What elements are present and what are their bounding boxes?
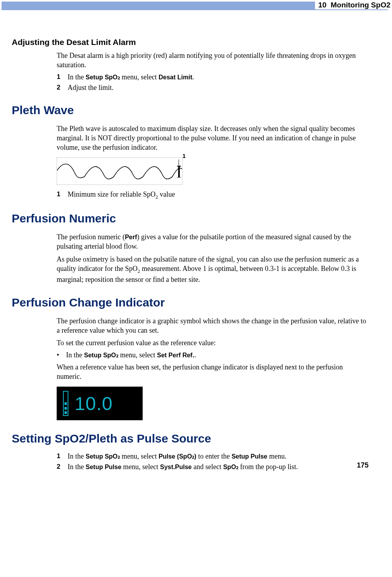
- t: menu, select: [118, 351, 157, 359]
- waveform-svg: [57, 158, 182, 185]
- ui-label: Perf: [125, 234, 137, 240]
- heading-desat: Adjusting the Desat Limit Alarm: [12, 38, 369, 47]
- page-number: 175: [357, 461, 369, 469]
- step-text: In the Setup Pulse menu, select Syst.Pul…: [68, 463, 369, 471]
- perfchg-line2: To set the current perfusion value as th…: [57, 338, 369, 348]
- t: from the pop-up list.: [238, 463, 298, 471]
- ui-label: Setup SpO₂: [84, 352, 118, 358]
- pleth-intro: The Pleth wave is autoscaled to maximum …: [57, 124, 369, 152]
- ui-label: Set Perf Ref.: [157, 352, 194, 358]
- ui-label: Syst.Pulse: [160, 464, 192, 470]
- perfnum-p1: The perfusion numeric (Perf) gives a val…: [57, 232, 369, 251]
- step-text: In the Setup SpO₂ menu, select Desat Lim…: [68, 73, 369, 81]
- ui-label: SpO₂: [223, 464, 238, 470]
- perfusion-bar-icon: [63, 391, 68, 416]
- step-number: 2: [57, 84, 61, 92]
- desat-step-1: 1 In the Setup SpO₂ menu, select Desat L…: [57, 73, 369, 81]
- heading-pulse-source: Setting SpO2/Pleth as Pulse Source: [12, 432, 369, 445]
- t: In the: [68, 463, 86, 471]
- step-text: In the Setup SpO₂ menu, select Pulse (Sp…: [68, 452, 369, 461]
- heading-perfusion-numeric: Perfusion Numeric: [12, 212, 369, 225]
- t: The perfusion numeric (: [57, 233, 125, 241]
- step-text: Adjust the limit.: [68, 84, 369, 92]
- t: menu.: [267, 452, 286, 460]
- t: .: [192, 73, 194, 81]
- t: Minimum size for reliable SpO: [68, 190, 156, 198]
- heading-pleth: Pleth Wave: [12, 104, 369, 117]
- perfchg-bullet: • In the Setup SpO₂ menu, select Set Per…: [57, 351, 369, 359]
- bullet-text: In the Setup SpO₂ menu, select Set Perf …: [66, 351, 196, 359]
- t: In the: [68, 452, 86, 460]
- ui-label: Pulse (SpO₂): [159, 453, 197, 460]
- ui-label: Setup SpO₂: [86, 74, 120, 81]
- t: and select: [192, 463, 223, 471]
- pulsesrc-step-2: 2 In the Setup Pulse menu, select Syst.P…: [57, 463, 369, 471]
- heading-perfusion-change: Perfusion Change Indicator: [12, 296, 369, 309]
- chapter-title: Monitoring SpO2: [331, 1, 390, 9]
- step-number: 1: [57, 73, 61, 81]
- step-number: 1: [57, 452, 61, 461]
- desat-step-2: 2 Adjust the limit.: [57, 84, 369, 92]
- t: menu, select: [120, 452, 159, 460]
- header-chapter-title: 10 Monitoring SpO2: [315, 1, 390, 9]
- bullet-dot: •: [57, 351, 61, 359]
- pleth-waveform-figure: 1: [57, 158, 183, 185]
- ui-label: Setup SpO₂: [86, 453, 120, 460]
- ui-label: Desat Limit: [159, 74, 192, 81]
- ui-label: Setup Pulse: [86, 464, 122, 470]
- perfnum-p2: As pulse oximetry is based on the pulsat…: [57, 254, 369, 284]
- t: In the: [66, 351, 84, 359]
- chapter-number: 10: [318, 1, 326, 9]
- t: menu, select: [120, 73, 159, 81]
- perfchg-line3: When a reference value has been set, the…: [57, 362, 369, 382]
- perfusion-display-figure: 10.0: [57, 387, 143, 420]
- legend-text: Minimum size for reliable SpO2 value: [68, 190, 369, 200]
- waveform-callout-label: 1: [183, 152, 186, 159]
- t: .: [194, 351, 196, 359]
- perfchg-intro: The perfusion change indicator is a grap…: [57, 316, 369, 335]
- step-number: 2: [57, 463, 61, 471]
- pleth-legend: 1 Minimum size for reliable SpO2 value: [57, 190, 369, 200]
- perfusion-value: 10.0: [75, 393, 113, 414]
- legend-number: 1: [57, 190, 61, 200]
- t: menu, select: [122, 463, 160, 471]
- desat-intro: The Desat alarm is a high priority (red)…: [57, 51, 369, 70]
- t: In the: [68, 73, 86, 81]
- t: value: [158, 190, 175, 198]
- pulsesrc-step-1: 1 In the Setup SpO₂ menu, select Pulse (…: [57, 452, 369, 461]
- t: to enter the: [196, 452, 231, 460]
- header-bar: 10 Monitoring SpO2: [2, 2, 390, 10]
- ui-label: Setup Pulse: [231, 453, 267, 460]
